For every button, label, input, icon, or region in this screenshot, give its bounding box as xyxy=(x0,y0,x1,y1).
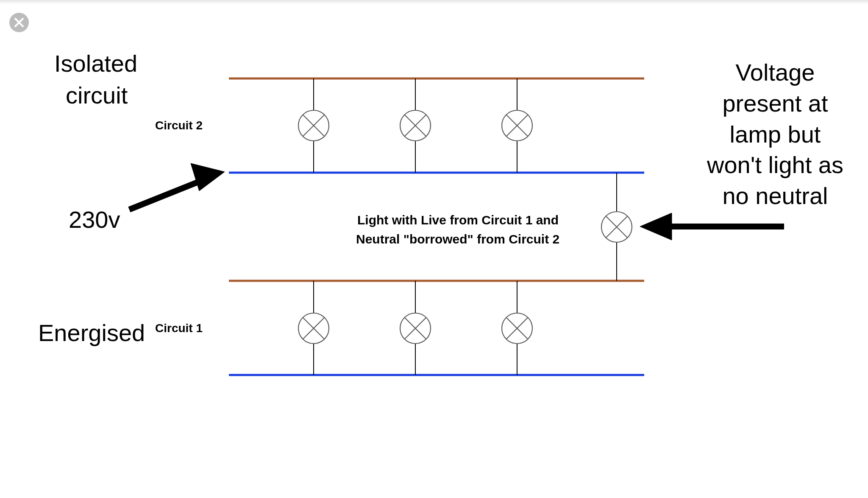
svg-marker-24 xyxy=(191,163,225,191)
lamp-icon xyxy=(400,313,431,344)
svg-line-23 xyxy=(129,178,208,210)
arrow-230v xyxy=(129,163,225,210)
arrow-right-note xyxy=(640,213,784,240)
label-energised: Energised xyxy=(38,318,145,348)
svg-marker-26 xyxy=(640,213,672,240)
label-center-1: Light with Live from Circuit 1 and xyxy=(357,212,559,228)
label-isolated-2: circuit xyxy=(66,81,128,110)
label-isolated-1: Isolated xyxy=(54,49,137,78)
label-right-note: Voltage present at lamp but won't light … xyxy=(690,57,860,212)
lamp-icon xyxy=(400,110,431,141)
label-circuit-2: Circuit 2 xyxy=(155,118,203,133)
lamp-icon xyxy=(298,110,329,141)
lamp-icon xyxy=(502,110,532,141)
close-button[interactable] xyxy=(9,13,29,32)
label-230v: 230v xyxy=(69,205,120,235)
label-circuit-1: Circuit 1 xyxy=(155,321,203,336)
lamp-icon xyxy=(298,313,329,344)
lamp-icon xyxy=(601,212,632,242)
label-center-2: Neutral "borrowed" from Circuit 2 xyxy=(356,231,559,247)
top-shadow xyxy=(0,0,868,4)
lamp-icon xyxy=(502,313,532,344)
close-icon xyxy=(14,17,25,28)
